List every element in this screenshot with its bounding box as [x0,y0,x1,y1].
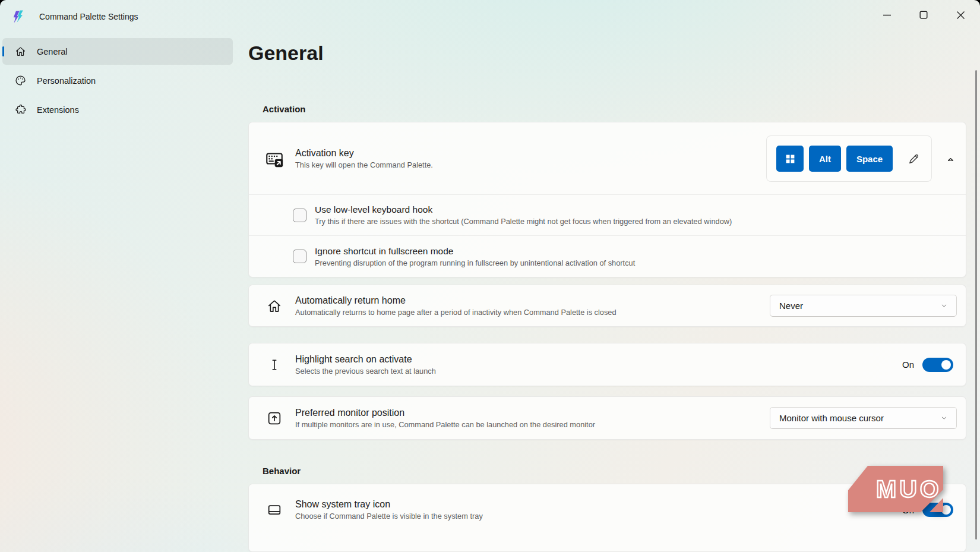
monitor-position-card: Preferred monitor position If multiple m… [248,396,966,440]
puzzle-icon [14,103,27,116]
ignore-fullscreen-row: Ignore shortcut in fullscreen mode Preve… [249,236,966,277]
low-level-hook-row: Use low-level keyboard hook Try this if … [249,195,966,236]
pencil-icon [907,152,921,166]
sidebar-item-extensions[interactable]: Extensions [2,96,233,123]
windows-logo-icon [785,154,795,164]
activation-key-expander-header[interactable]: Activation key This key will open the Co… [249,122,966,195]
setting-title: Highlight search on activate [295,354,436,365]
minimize-button[interactable] [873,0,900,30]
expander-collapse-button[interactable] [943,152,957,166]
activation-key-card: Activation key This key will open the Co… [248,122,966,277]
monitor-position-select[interactable]: Monitor with mouse cursor [770,407,957,429]
sidebar-item-label: General [37,47,68,56]
highlight-search-toggle[interactable] [922,358,953,372]
setting-title: Preferred monitor position [295,408,595,418]
section-label-activation: Activation [263,104,966,114]
window-title: Command Palette Settings [39,0,138,33]
sidebar-item-personalization[interactable]: Personalization [2,67,233,94]
close-button[interactable] [947,0,974,30]
toggle-knob [941,360,951,370]
text-cursor-icon [264,355,284,375]
chevron-down-icon [940,414,948,422]
setting-description: Try this if there are issues with the sh… [315,217,732,226]
highlight-search-card: Highlight search on activate Selects the… [248,343,966,386]
edit-shortcut-button[interactable] [903,148,924,169]
home-icon [264,296,284,316]
selected-indicator [2,46,4,56]
vertical-scrollbar[interactable] [975,70,977,540]
space-keycap: Space [846,146,893,172]
chevron-up-icon [946,154,956,165]
sidebar-item-label: Extensions [37,105,79,115]
shortcut-keys-box: Alt Space [766,135,932,182]
settings-nav-sidebar: General Personalization Extensions [2,38,233,125]
setting-description: This key will open the Command Palette. [295,160,433,169]
setting-description: If multiple monitors are in use, Command… [295,420,595,429]
home-icon [14,45,27,58]
muo-watermark: MUO [848,465,944,513]
close-icon [956,11,965,20]
return-home-card: Automatically return home Automatically … [248,285,966,327]
setting-title: Automatically return home [295,295,617,306]
return-home-select[interactable]: Never [770,295,957,317]
setting-description: Preventing disruption of the program run… [315,258,635,267]
page-title: General [248,39,966,67]
setting-title: Activation key [295,148,433,159]
monitor-position-icon [264,408,284,428]
setting-title: Show system tray icon [295,499,483,510]
system-tray-icon [264,500,284,520]
setting-description: Automatically returns to home page after… [295,308,617,317]
minimize-icon [883,11,892,20]
selected-value: Never [779,301,803,311]
alt-keycap: Alt [809,146,841,172]
sidebar-item-label: Personalization [37,76,96,86]
toggle-state-label: On [902,359,914,370]
win-keycap [776,146,804,172]
low-level-hook-checkbox[interactable] [293,209,306,222]
setting-description: Choose if Command Palette is visible in … [295,512,483,521]
setting-description: Selects the previous search text at laun… [295,367,436,376]
setting-title: Ignore shortcut in fullscreen mode [315,246,635,257]
keyboard-launch-icon [264,149,284,169]
muo-watermark-text: MUO [876,475,942,503]
sidebar-item-general[interactable]: General [2,38,233,65]
selected-value: Monitor with mouse cursor [779,413,884,423]
command-palette-settings-window: Command Palette Settings General [0,0,980,552]
app-logo-lightning-icon [10,9,26,25]
maximize-icon [919,11,928,19]
ignore-fullscreen-checkbox[interactable] [293,250,306,263]
maximize-button[interactable] [910,0,937,30]
setting-title: Use low-level keyboard hook [315,204,732,215]
palette-icon [14,74,27,87]
chevron-down-icon [940,302,948,310]
titlebar: Command Palette Settings [0,0,980,33]
